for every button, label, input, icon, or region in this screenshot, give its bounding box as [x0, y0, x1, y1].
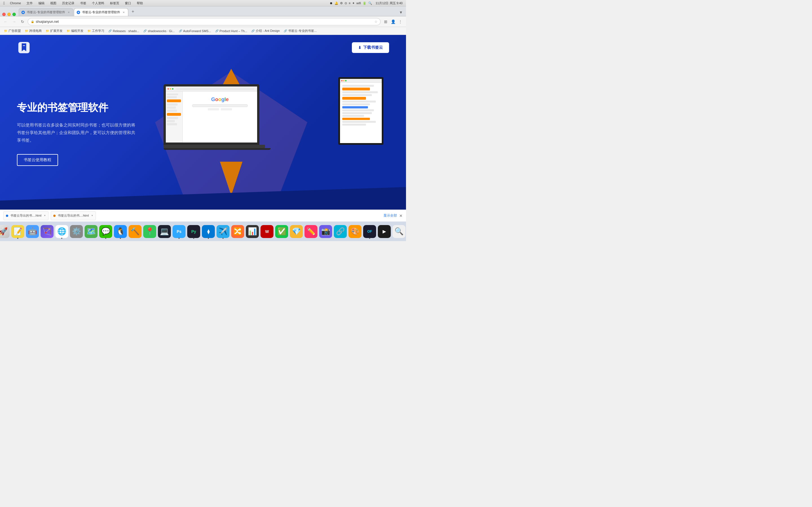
- device-row-2: [342, 91, 378, 93]
- download-chevron-2[interactable]: ▼: [91, 214, 93, 217]
- apple-menu-icon[interactable]: : [3, 1, 5, 5]
- dock-sketch[interactable]: 💎: [290, 225, 303, 238]
- link-icon: 🔗: [284, 29, 287, 33]
- bookmark-ecommerce[interactable]: 📁 跨境电商: [23, 28, 43, 34]
- search-icon[interactable]: 🔍: [368, 1, 372, 5]
- dock-proxyman[interactable]: 🔀: [231, 225, 244, 238]
- bookmark-antdesign-label: 介绍 - Ant Design: [256, 29, 280, 33]
- tab-bar: 书签云-专业的书签管理软件 ✕ 书签云-专业的书签管理软件 ✕ + ▾: [0, 6, 406, 16]
- dock-iina[interactable]: ▶: [378, 225, 391, 238]
- more-button[interactable]: ⋮: [397, 18, 404, 25]
- download-button-label: 下载书签云: [363, 45, 383, 50]
- dock-photoshop[interactable]: Ps: [172, 225, 186, 238]
- dock-launchpad[interactable]: 🚀: [0, 225, 10, 238]
- magnifier-icon: 🔍: [395, 227, 403, 236]
- dock-terminal[interactable]: 💻: [158, 225, 171, 238]
- download-button[interactable]: ⬇ 下载书签云: [352, 42, 389, 53]
- bookmark-antdesign[interactable]: 🔗 介绍 - Ant Design: [250, 28, 282, 34]
- extensions-button[interactable]: ⊞: [382, 18, 389, 25]
- screen-dot-red: [167, 88, 169, 90]
- bookmark-ads[interactable]: 📁 广告联盟: [2, 28, 22, 34]
- screen-dot-green: [172, 88, 173, 90]
- word-icon: W: [265, 229, 269, 234]
- sidebar-row: [167, 110, 177, 112]
- tab-list-button[interactable]: ▾: [398, 9, 404, 15]
- dock-magnifier[interactable]: 🔍: [393, 225, 405, 238]
- bookmark-ext-dev[interactable]: 📁 扩展开发: [44, 28, 64, 34]
- proxifier-icon: 🔗: [336, 227, 345, 236]
- dock-word[interactable]: W: [260, 225, 273, 238]
- reload-button[interactable]: ↻: [19, 18, 26, 25]
- download-item-1[interactable]: 书签云导出的书....html ▼: [3, 211, 49, 220]
- sidebar-row: [167, 107, 176, 109]
- vpn-icon: ⚙: [340, 1, 343, 5]
- qq-icon: 🐧: [116, 227, 125, 236]
- dock-vectornator[interactable]: ✏️: [305, 225, 317, 238]
- menu-help[interactable]: 帮助: [135, 1, 145, 5]
- overflow-icon: OF: [367, 230, 372, 233]
- dock-proxifier[interactable]: 🔗: [334, 225, 347, 238]
- dock-istatmenus[interactable]: 📊: [246, 225, 259, 238]
- tab-2-close[interactable]: ✕: [122, 10, 126, 14]
- bookmark-study[interactable]: 📁 工作学习: [86, 28, 106, 34]
- dock-overflow[interactable]: OF: [363, 225, 376, 238]
- dock-grammarly[interactable]: ✅: [275, 225, 288, 238]
- dock-screenium[interactable]: 📸: [319, 225, 332, 238]
- ps-active-dot: [179, 238, 180, 239]
- bookmark-releases[interactable]: 🔗 Releases · shado...: [107, 28, 141, 34]
- tutorial-button[interactable]: 书签云使用教程: [17, 154, 58, 166]
- dock-pycharm[interactable]: Py: [187, 225, 200, 238]
- sidebar-row: [167, 96, 177, 98]
- dock-chrome[interactable]: 🌐: [55, 225, 68, 238]
- close-download-bar-button[interactable]: ✕: [399, 214, 403, 218]
- minimize-window-button[interactable]: [7, 13, 11, 16]
- dock-telegram[interactable]: ✈️: [216, 225, 230, 238]
- dock-sysprefs[interactable]: ⚙️: [70, 225, 83, 238]
- profile-button[interactable]: 👤: [390, 18, 396, 25]
- dock-notes[interactable]: 📝: [11, 225, 24, 238]
- menu-chrome[interactable]: Chrome: [8, 1, 22, 5]
- download-item-2[interactable]: 书签云导出的书....html ▼: [51, 211, 96, 220]
- folder-icon: 📁: [46, 29, 49, 33]
- bookmark-producthunt[interactable]: 🔗 Product Hunt – Th...: [213, 28, 249, 34]
- device-row-6: [342, 109, 374, 111]
- bookmark-shadowsocks[interactable]: 🔗 shadowsocks · Gi...: [142, 28, 176, 34]
- bookmark-shuqianyun[interactable]: 🔗 书签云-专业的书签...: [282, 28, 318, 34]
- dock-wechat[interactable]: 💬: [99, 225, 112, 238]
- menu-history[interactable]: 历史记录: [60, 1, 76, 5]
- new-tab-button[interactable]: +: [129, 8, 137, 15]
- wifi-icon: wifi: [356, 1, 361, 5]
- menu-tabs[interactable]: 标签页: [108, 1, 121, 5]
- bluetooth-icon: ✦: [352, 1, 355, 5]
- dock-files[interactable]: 🤖: [26, 225, 39, 238]
- dock-hammer[interactable]: 🔨: [129, 225, 142, 238]
- dock-arc[interactable]: 🏹: [41, 225, 54, 238]
- address-bar[interactable]: 🔒 shuqianyun.net ☆: [28, 18, 380, 25]
- show-all-downloads-button[interactable]: 显示全部: [384, 213, 397, 218]
- nav-bar: ← → ↻ 🔒 shuqianyun.net ☆ ⊞ 👤 ⋮: [0, 16, 406, 27]
- tab-2-title: 书签云-专业的书签管理软件: [82, 10, 120, 14]
- tab-2[interactable]: 书签云-专业的书签管理软件 ✕: [74, 8, 129, 16]
- dock-paintbrush[interactable]: 🎨: [349, 225, 361, 238]
- menu-profile[interactable]: 个人资料: [90, 1, 106, 5]
- dock-maps2[interactable]: 📍: [143, 225, 156, 238]
- menu-file[interactable]: 文件: [25, 1, 35, 5]
- device-row-8: [342, 115, 364, 117]
- bookmark-autoforward[interactable]: 🔗 AutoForward SMS...: [177, 28, 213, 34]
- close-window-button[interactable]: [2, 13, 6, 16]
- menu-edit[interactable]: 编辑: [37, 1, 46, 5]
- menu-bookmarks[interactable]: 书签: [79, 1, 88, 5]
- menu-view[interactable]: 视图: [49, 1, 58, 5]
- menu-window[interactable]: 窗口: [123, 1, 133, 5]
- download-chevron-1[interactable]: ▼: [44, 214, 46, 217]
- google-text: Google: [211, 97, 229, 102]
- dock-qq[interactable]: 🐧: [114, 225, 127, 238]
- search-btn-mock-1: [208, 108, 219, 110]
- dock-vscode[interactable]: ⧫: [202, 225, 215, 238]
- maximize-window-button[interactable]: [12, 13, 16, 16]
- bookmark-prog-dev[interactable]: 📁 编程开发: [65, 28, 85, 34]
- tab-1-close[interactable]: ✕: [67, 10, 71, 14]
- dock-maps[interactable]: 🗺️: [85, 225, 98, 238]
- bookmark-star-icon[interactable]: ☆: [374, 20, 377, 24]
- tab-1[interactable]: 书签云-专业的书签管理软件 ✕: [18, 8, 73, 16]
